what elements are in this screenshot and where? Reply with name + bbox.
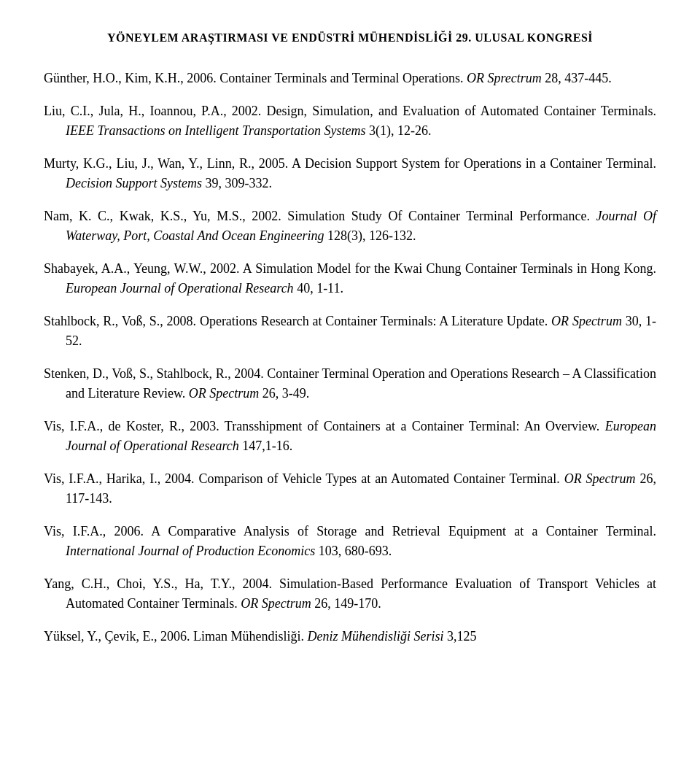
reference-item: Stahlbock, R., Voß, S., 2008. Operations…: [44, 312, 656, 351]
reference-text: Stenken, D., Voß, S., Stahlbock, R., 200…: [44, 364, 656, 403]
reference-text: Stahlbock, R., Voß, S., 2008. Operations…: [44, 312, 656, 351]
references-section: Günther, H.O., Kim, K.H., 2006. Containe…: [44, 69, 656, 646]
reference-text: Liu, C.I., Jula, H., Ioannou, P.A., 2002…: [44, 101, 656, 141]
reference-item: Yang, C.H., Choi, Y.S., Ha, T.Y., 2004. …: [44, 574, 656, 614]
reference-text: Yüksel, Y., Çevik, E., 2006. Liman Mühen…: [44, 627, 656, 646]
reference-text: Vis, I.F.A., Harika, I., 2004. Compariso…: [44, 469, 656, 509]
reference-text: Murty, K.G., Liu, J., Wan, Y., Linn, R.,…: [44, 154, 656, 193]
reference-item: Shabayek, A.A., Yeung, W.W., 2002. A Sim…: [44, 259, 656, 298]
header-title: YÖNEYLEM ARAŞTIRMASI VE ENDÜSTRİ MÜHENDİ…: [107, 31, 593, 44]
reference-text: Yang, C.H., Choi, Y.S., Ha, T.Y., 2004. …: [44, 574, 656, 614]
reference-item: Günther, H.O., Kim, K.H., 2006. Containe…: [44, 69, 656, 88]
reference-item: Vis, I.F.A., Harika, I., 2004. Compariso…: [44, 469, 656, 509]
reference-item: Yüksel, Y., Çevik, E., 2006. Liman Mühen…: [44, 627, 656, 646]
reference-item: Stenken, D., Voß, S., Stahlbock, R., 200…: [44, 364, 656, 403]
reference-item: Nam, K. C., Kwak, K.S., Yu, M.S., 2002. …: [44, 206, 656, 246]
reference-item: Vis, I.F.A., de Koster, R., 2003. Transs…: [44, 417, 656, 456]
reference-text: Vis, I.F.A., de Koster, R., 2003. Transs…: [44, 417, 656, 456]
reference-item: Liu, C.I., Jula, H., Ioannou, P.A., 2002…: [44, 101, 656, 141]
reference-text: Shabayek, A.A., Yeung, W.W., 2002. A Sim…: [44, 259, 656, 298]
reference-text: Günther, H.O., Kim, K.H., 2006. Containe…: [44, 69, 656, 88]
reference-item: Vis, I.F.A., 2006. A Comparative Analysi…: [44, 522, 656, 561]
reference-item: Murty, K.G., Liu, J., Wan, Y., Linn, R.,…: [44, 154, 656, 193]
reference-text: Nam, K. C., Kwak, K.S., Yu, M.S., 2002. …: [44, 206, 656, 246]
page-header: YÖNEYLEM ARAŞTIRMASI VE ENDÜSTRİ MÜHENDİ…: [44, 29, 656, 47]
reference-text: Vis, I.F.A., 2006. A Comparative Analysi…: [44, 522, 656, 561]
